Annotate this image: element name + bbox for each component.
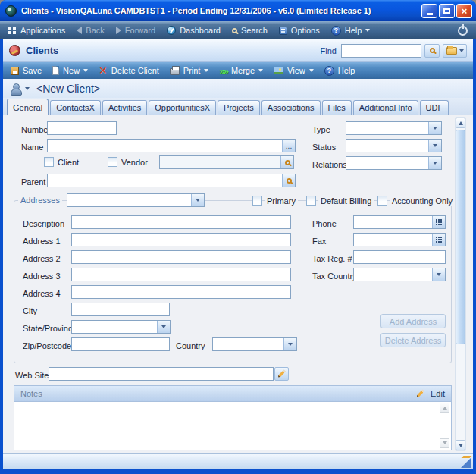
parent-field[interactable] bbox=[47, 174, 296, 187]
nav-search[interactable]: Search bbox=[232, 26, 268, 35]
name-input[interactable] bbox=[48, 140, 282, 152]
address3-input[interactable] bbox=[71, 268, 291, 281]
chevron-down-icon bbox=[83, 69, 88, 74]
type-input[interactable] bbox=[346, 122, 428, 134]
addresses-input[interactable] bbox=[67, 194, 191, 206]
relationship-dropdown-button[interactable] bbox=[428, 157, 441, 169]
maximize-button[interactable] bbox=[439, 4, 455, 18]
scroll-up-button[interactable] bbox=[456, 118, 465, 128]
notes-scroll-up-button[interactable] bbox=[440, 403, 449, 413]
delete-client-button[interactable]: ✕ Delete Client bbox=[99, 66, 159, 75]
save-button[interactable]: Save bbox=[11, 66, 42, 75]
chevron-down-icon bbox=[161, 325, 166, 331]
name-field[interactable]: ... bbox=[47, 139, 296, 152]
minimize-button[interactable] bbox=[421, 4, 437, 18]
vendor-lookup-field[interactable] bbox=[159, 155, 294, 169]
tab-contactsx[interactable]: ContactsX bbox=[50, 100, 101, 115]
print-button[interactable]: Print bbox=[170, 66, 209, 75]
find-search-button[interactable] bbox=[424, 44, 440, 58]
primary-checkbox[interactable] bbox=[252, 196, 262, 206]
notes-scrollbar[interactable] bbox=[440, 403, 450, 448]
phone-dial-button[interactable] bbox=[432, 216, 445, 228]
nav-applications[interactable]: Applications bbox=[8, 26, 65, 35]
default-billing-checkbox[interactable] bbox=[306, 196, 316, 206]
main-scrollbar[interactable] bbox=[455, 117, 466, 451]
tab-general[interactable]: General bbox=[7, 99, 49, 115]
saved-searches-button[interactable] bbox=[443, 44, 467, 58]
tab-projects[interactable]: Projects bbox=[218, 100, 260, 115]
vendor-lookup-input[interactable] bbox=[160, 156, 280, 168]
addresses-dropdown-button[interactable] bbox=[191, 194, 204, 206]
fax-field[interactable] bbox=[353, 233, 446, 246]
help-button[interactable]: ? Help bbox=[324, 66, 355, 76]
record-menu-chevron-icon[interactable] bbox=[25, 87, 30, 93]
status-dropdown-button[interactable] bbox=[428, 140, 441, 152]
country-dropdown-button[interactable] bbox=[283, 338, 296, 350]
web-site-edit-button[interactable] bbox=[274, 367, 289, 381]
notes-scroll-down-button[interactable] bbox=[440, 438, 449, 448]
zip-postcode-input[interactable] bbox=[71, 337, 170, 351]
nav-dashboard[interactable]: Dashboard bbox=[167, 26, 221, 35]
fax-dial-button[interactable] bbox=[432, 234, 445, 246]
state-dropdown-button[interactable] bbox=[157, 321, 170, 333]
scrollbar-thumb[interactable] bbox=[456, 130, 465, 344]
close-button[interactable]: × bbox=[456, 4, 472, 18]
nav-back[interactable]: Back bbox=[77, 26, 104, 35]
resize-grip[interactable] bbox=[459, 456, 471, 468]
notes-body[interactable] bbox=[14, 402, 451, 449]
chevron-down-icon bbox=[433, 144, 437, 149]
delete-address-button[interactable]: Delete Address bbox=[380, 333, 446, 347]
country-combobox[interactable] bbox=[212, 337, 297, 351]
view-button[interactable]: View bbox=[274, 66, 314, 75]
nav-forward[interactable]: Forward bbox=[116, 26, 155, 35]
new-button[interactable]: New bbox=[52, 66, 88, 75]
city-input[interactable] bbox=[71, 303, 170, 316]
tab-activities[interactable]: Activities bbox=[102, 100, 147, 115]
find-input[interactable] bbox=[341, 44, 421, 58]
nav-options[interactable]: Options bbox=[279, 26, 320, 35]
status-input[interactable] bbox=[346, 140, 428, 152]
state-province-input[interactable] bbox=[72, 321, 157, 333]
address1-input[interactable] bbox=[71, 233, 291, 246]
tab-opportunitiesx[interactable]: OpportunitiesX bbox=[149, 100, 216, 115]
relationship-input[interactable] bbox=[346, 157, 428, 169]
vendor-lookup-button[interactable] bbox=[280, 156, 293, 168]
tab-files[interactable]: Files bbox=[322, 100, 352, 115]
type-dropdown-button[interactable] bbox=[428, 122, 441, 134]
logoff-button[interactable] bbox=[458, 26, 468, 36]
description-input[interactable] bbox=[71, 215, 291, 229]
tab-additional-info[interactable]: Additional Info bbox=[353, 100, 418, 115]
phone-input[interactable] bbox=[354, 216, 432, 228]
parent-input[interactable] bbox=[48, 174, 282, 187]
status-combobox[interactable] bbox=[346, 139, 442, 152]
accounting-only-checkbox[interactable] bbox=[377, 196, 387, 206]
address2-input[interactable] bbox=[71, 250, 291, 264]
address4-input[interactable] bbox=[71, 285, 291, 299]
tax-country-dropdown-button[interactable] bbox=[432, 268, 445, 281]
client-checkbox[interactable] bbox=[44, 157, 54, 167]
state-province-combobox[interactable] bbox=[71, 320, 171, 334]
type-combobox[interactable] bbox=[346, 121, 442, 135]
web-site-input[interactable] bbox=[49, 367, 274, 381]
help-icon: ? bbox=[331, 26, 341, 36]
fax-input[interactable] bbox=[354, 234, 432, 246]
country-input[interactable] bbox=[213, 338, 283, 350]
window-title: Clients - VisionQALuna CAMDBTST1 - Perio… bbox=[21, 6, 420, 15]
merge-button[interactable]: »» Merge bbox=[219, 66, 263, 75]
relationship-combobox[interactable] bbox=[346, 156, 442, 170]
scroll-down-button[interactable] bbox=[456, 440, 465, 450]
tax-reg-input[interactable] bbox=[353, 250, 446, 264]
notes-edit-button[interactable]: Edit bbox=[415, 389, 445, 398]
phone-field[interactable] bbox=[353, 215, 446, 229]
tab-associations[interactable]: Associations bbox=[261, 100, 321, 115]
nav-help[interactable]: ? Help bbox=[331, 26, 371, 36]
name-browse-button[interactable]: ... bbox=[282, 140, 295, 152]
parent-lookup-button[interactable] bbox=[282, 174, 295, 187]
vendor-checkbox[interactable] bbox=[108, 157, 117, 167]
tab-udf[interactable]: UDF bbox=[420, 100, 449, 115]
tax-country-combobox[interactable] bbox=[353, 268, 446, 281]
addresses-combobox[interactable] bbox=[67, 193, 205, 207]
tax-country-input[interactable] bbox=[354, 268, 432, 281]
number-input[interactable] bbox=[47, 121, 117, 135]
add-address-button[interactable]: Add Address bbox=[380, 314, 446, 328]
